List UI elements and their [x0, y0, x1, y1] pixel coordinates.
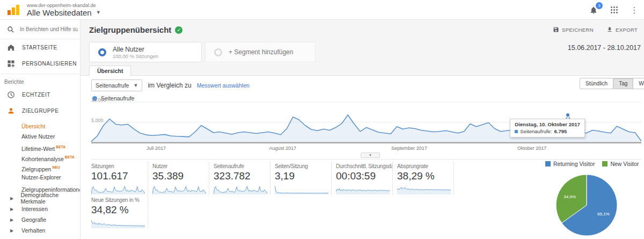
metric-card-nutzer: Nutzer35.389	[152, 162, 209, 195]
select-metric-link[interactable]: Messwert auswählen	[197, 82, 250, 89]
pie-legend-item: Returning Visitor	[545, 161, 595, 167]
metric-value: 34,82 %	[91, 204, 148, 216]
sidebar-subitem-label: Aktive Nutzer	[21, 133, 55, 140]
granularity-woche[interactable]: Woche	[633, 78, 644, 89]
traffic-chart-area[interactable]: 5.00010.000 Juli 2017August 2017Septembe…	[91, 100, 641, 161]
sidebar-item-label: ZIELGRUPPE	[22, 108, 58, 114]
toolbar-actions: SPEICHERNEXPORTTEILEN	[553, 20, 644, 40]
home-icon	[7, 44, 15, 52]
tab-uebersicht[interactable]: Übersicht	[89, 66, 131, 76]
segment-detail: 100,00 % Sitzungen	[113, 53, 158, 59]
sidebar-subitem-label: Zielgruppen	[21, 166, 51, 172]
y-axis-label: 5.000	[91, 118, 104, 123]
segment-section: Alle Nutzer 100,00 % Sitzungen + Segment…	[80, 40, 644, 66]
person-icon	[7, 107, 15, 115]
tooltip-series-label: Seitenaufrufe:	[520, 128, 552, 134]
tooltip-value: 6.795	[554, 128, 567, 134]
export-button[interactable]: EXPORT	[606, 26, 638, 34]
sidebar-item-startseite[interactable]: STARTSEITE	[0, 39, 80, 55]
sidebar-subitem-label: Lifetime-Wert	[21, 146, 55, 152]
metric-sparkline-holder	[275, 183, 331, 195]
speichern-button[interactable]: SPEICHERN	[553, 26, 594, 34]
add-segment-button[interactable]: + Segment hinzufügen	[205, 42, 316, 62]
metrics-row: Sitzungen101.617Nutzer35.389Seitenaufruf…	[91, 162, 458, 195]
visitor-type-pie: 65,1%34,9%	[556, 175, 617, 236]
metric-sparkline	[91, 183, 145, 195]
granularity-tag[interactable]: Tag	[613, 78, 633, 89]
sidebar-subitem--bersicht[interactable]: Übersicht	[0, 121, 80, 132]
tooltip-series-icon	[515, 130, 518, 133]
sidebar-item-interessen[interactable]: ▶Interessen	[0, 204, 80, 214]
sidebar-item-echtzeit[interactable]: ECHTZEIT	[0, 86, 80, 103]
sidebar-item-label: Verhalten	[21, 227, 45, 234]
metric-sparkline	[275, 183, 328, 195]
notifications-bell-icon[interactable]: 3	[588, 5, 599, 16]
sidebar-subitem-kohortenanalyse[interactable]: KohortenanalyseBETA	[0, 152, 80, 162]
sidebar-section-berichte: Berichte	[0, 74, 80, 86]
chart-tooltip: Dienstag, 10. Oktober 2017 Seitenaufrufe…	[510, 119, 584, 137]
sidebar-item-label: ECHTZEIT	[22, 92, 50, 98]
metric-card-durchschnittl-sitzungsdauer: Durchschnittl. Sitzungsdauer00:03:59	[336, 162, 393, 195]
analytics-logo-icon[interactable]	[8, 4, 19, 15]
collapse-axis-button[interactable]: ▼	[361, 153, 380, 158]
metric-value: 101.617	[91, 170, 148, 182]
date-range-picker[interactable]: 15.06.2017 - 28.10.2017	[568, 44, 641, 52]
divider	[91, 159, 641, 160]
pie-legend-label: New Visitor	[610, 161, 639, 167]
tooltip-date: Dienstag, 10. Oktober 2017	[515, 121, 580, 127]
sidebar-subitem-zielgruppen[interactable]: ZielgruppenNEU	[0, 162, 80, 172]
sidebar-subitem-label: Kohortenanalyse	[21, 156, 64, 162]
search-icon	[7, 26, 14, 33]
segment-alle-nutzer[interactable]: Alle Nutzer 100,00 % Sitzungen	[89, 42, 202, 62]
sidebar-item-technologie[interactable]: ▶Technologie	[0, 236, 80, 239]
metric-sparkline	[397, 183, 451, 195]
y-axis-label: 10.000	[91, 97, 106, 103]
sidebar-subitem-nutzer-explorer[interactable]: Nutzer-Explorer	[0, 172, 80, 183]
visitor-type-widget: Returning VisitorNew Visitor 65,1%34,9%	[545, 161, 644, 236]
metric-sparkline-holder	[91, 217, 148, 229]
metric-value: 38,29 %	[397, 170, 453, 182]
badge-beta: BETA	[56, 145, 65, 149]
clock-icon	[7, 91, 15, 99]
pie-legend-item: New Visitor	[602, 161, 639, 167]
metric-value: 3,19	[275, 170, 331, 182]
metric-select-value: Seitenaufrufe	[96, 82, 129, 89]
sidebar-item-geografie[interactable]: ▶Geografie	[0, 214, 80, 225]
segment-add-ring-icon	[214, 48, 222, 56]
sidebar-subitem-label: Übersicht	[21, 123, 45, 129]
metric-card-seiten-sitzung: Seiten/Sitzung3,19	[275, 162, 332, 195]
compare-label: im Vergleich zu	[148, 82, 191, 89]
metric-label: Neue Sitzungen in %	[91, 197, 148, 203]
granularity-stündlich[interactable]: Stündlich	[580, 78, 613, 89]
search-input[interactable]	[20, 26, 78, 32]
chevron-down-icon: ▼	[133, 83, 138, 88]
metric-label: Nutzer	[152, 163, 209, 169]
sidebar-subitem-lifetime-wert[interactable]: Lifetime-WertBETA	[0, 142, 80, 152]
metric-value: 35.389	[152, 170, 209, 182]
sidebar-subitem-label: Nutzer-Explorer	[21, 174, 61, 180]
metric-select-dropdown[interactable]: Seitenaufrufe ▼	[91, 79, 142, 91]
sidebar-item-personalisieren[interactable]: PERSONALISIEREN	[0, 55, 80, 71]
zielgruppe-expandable-list: ▶Demografische Merkmale▶Interessen▶Geogr…	[0, 193, 80, 239]
sidebar-item-demografische-merkmale[interactable]: ▶Demografische Merkmale	[0, 193, 80, 204]
apps-grid-icon[interactable]	[609, 5, 619, 16]
sidebar-item-verhalten[interactable]: ▶Verhalten	[0, 225, 80, 236]
sidebar-item-zielgruppe[interactable]: ZIELGRUPPE	[0, 103, 80, 119]
main-content: Zielgruppenübersicht ✓ SPEICHERNEXPORTTE…	[80, 20, 644, 239]
x-axis-label: August 2017	[269, 146, 296, 151]
metric-sparkline-holder	[214, 183, 270, 195]
sidebar-item-label: Geografie	[21, 216, 46, 223]
pie-legend-label: Returning Visitor	[553, 161, 595, 167]
sidebar-search[interactable]	[0, 20, 80, 39]
legend-swatch-icon	[602, 161, 608, 166]
account-switcher[interactable]: www.der-oppenheim-skandal.de Alle Websit…	[27, 3, 101, 17]
sidebar-subitem-aktive-nutzer[interactable]: Aktive Nutzer	[0, 132, 80, 142]
metric-value: 323.782	[214, 170, 270, 182]
metric-card-seitenaufrufe: Seitenaufrufe323.782	[214, 162, 270, 195]
sidebar-item-label: Interessen	[21, 206, 48, 212]
badge-beta: BETA	[65, 155, 75, 159]
granularity-switcher: StündlichTagWocheMonat	[580, 78, 644, 89]
more-menu-icon[interactable]: ⋮	[629, 5, 640, 16]
x-axis-label: Juli 2017	[147, 146, 166, 151]
highlighted-point	[566, 113, 570, 117]
